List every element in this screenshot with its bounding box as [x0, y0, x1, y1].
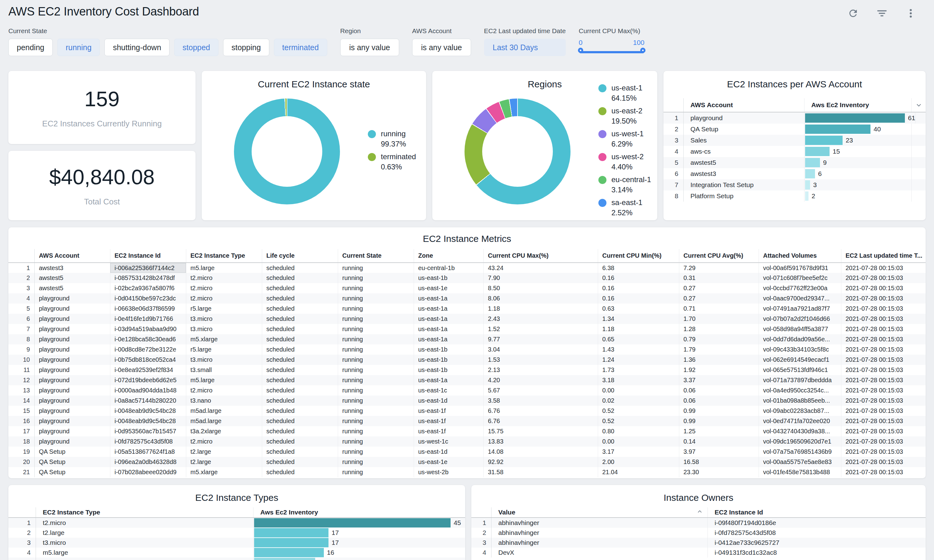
cell[interactable]: 92.92 — [484, 457, 598, 467]
cell[interactable]: playground — [34, 385, 110, 395]
kebab-menu-icon[interactable] — [905, 8, 916, 19]
cell[interactable]: playground — [34, 355, 110, 365]
cell[interactable]: t2.micro — [186, 437, 262, 447]
cell[interactable]: running — [338, 447, 414, 457]
cell[interactable]: 1.28 — [679, 324, 758, 334]
cell[interactable]: QA Setup — [34, 447, 110, 457]
chevron-down-icon[interactable] — [911, 98, 926, 112]
cell[interactable]: vol-071a737897dbeddda — [758, 375, 841, 385]
cell[interactable]: 2021-07-28 00:15:03 — [841, 375, 926, 385]
cell[interactable]: t3a.2xlarge — [186, 426, 262, 437]
column-header[interactable]: Zone — [414, 249, 484, 263]
legend-item[interactable]: running 99.37% — [368, 129, 426, 149]
cell[interactable]: 1.24 — [598, 355, 679, 365]
cell[interactable]: t2.micro — [186, 283, 262, 293]
cell[interactable]: 0.71 — [679, 303, 758, 314]
cell[interactable]: scheduled — [262, 385, 338, 395]
cell[interactable]: QA Setup — [34, 457, 110, 467]
cell[interactable]: 0.14 — [679, 437, 758, 447]
category-cell[interactable]: Platform Setup — [683, 191, 804, 202]
cell[interactable]: running — [338, 467, 414, 477]
cell[interactable]: running — [338, 375, 414, 385]
owner-value-cell[interactable]: abhinavhinger — [491, 538, 707, 548]
value-bar[interactable] — [254, 518, 450, 528]
cell[interactable]: vol-00aa55757e5ae8e83 — [758, 457, 841, 467]
cell[interactable]: scheduled — [262, 416, 338, 426]
cell[interactable]: r5.large — [186, 303, 262, 314]
slider-handle-min[interactable] — [578, 48, 583, 53]
cell[interactable]: 43.24 — [484, 263, 598, 273]
column-header[interactable]: Aws Ec2 Inventory — [253, 507, 465, 517]
date-range-button[interactable]: Last 30 Days — [484, 39, 566, 56]
legend-item[interactable]: terminated0.63% — [368, 151, 426, 172]
cell[interactable]: 1.70 — [679, 314, 758, 324]
cell[interactable]: us-east-1a — [414, 324, 484, 334]
refresh-icon[interactable] — [848, 8, 859, 19]
cell[interactable]: i-096ea2a0db46328d8 — [110, 457, 186, 467]
cell[interactable]: t3.nano — [186, 395, 262, 406]
cell[interactable]: playground — [34, 324, 110, 334]
cell[interactable]: us-east-1e — [414, 457, 484, 467]
instance-id-cell[interactable]: i-0412ae733c9625727 — [707, 538, 926, 548]
cell[interactable]: i-072d19bdeeb6d62e5 — [110, 375, 186, 385]
filter-chip-stopping[interactable]: stopping — [223, 39, 269, 56]
cell[interactable]: vol-0ccbd7762ff23e00a — [758, 283, 841, 293]
cell[interactable]: 1.43 — [598, 345, 679, 355]
cell[interactable]: playground — [34, 426, 110, 437]
cell[interactable]: us-east-1d — [414, 395, 484, 406]
instance-id-cell[interactable]: i-049131f3cd1c32ac8 — [707, 548, 926, 557]
cell[interactable]: running — [338, 324, 414, 334]
cell[interactable]: scheduled — [262, 447, 338, 457]
cell[interactable]: running — [338, 365, 414, 375]
value-bar[interactable] — [805, 147, 829, 156]
category-cell[interactable]: playground — [683, 112, 804, 123]
cell[interactable]: 0.16 — [598, 283, 679, 293]
cell[interactable]: awstest5 — [34, 273, 110, 283]
cell[interactable]: us-east-1f — [414, 406, 484, 416]
cell[interactable]: scheduled — [262, 426, 338, 437]
legend-item[interactable]: us-west-24.40% — [598, 151, 657, 172]
cell[interactable]: 2021-07-28 00:15:03 — [841, 273, 926, 283]
column-header[interactable]: Current CPU Min(%) — [598, 249, 679, 263]
cell[interactable]: i-0e4f16fe1d9b71766 — [110, 314, 186, 324]
filter-chip-shutting-down[interactable]: shutting-down — [105, 39, 170, 56]
cell[interactable]: QA Setup — [34, 467, 110, 477]
filter-chip-terminated[interactable]: terminated — [274, 39, 327, 56]
cell[interactable]: t3.small — [186, 365, 262, 375]
cell[interactable]: 0.16 — [598, 273, 679, 283]
cell[interactable]: 1.25 — [679, 426, 758, 437]
category-cell[interactable]: t2.large — [35, 528, 253, 538]
cell[interactable]: scheduled — [262, 406, 338, 416]
cell[interactable]: scheduled — [262, 324, 338, 334]
column-header[interactable]: AWS Account — [34, 249, 110, 263]
cell[interactable]: us-east-1d — [414, 447, 484, 457]
cell[interactable]: running — [338, 303, 414, 314]
cell[interactable]: scheduled — [262, 283, 338, 293]
cell[interactable]: i-0048eab9d9c54bc28 — [110, 406, 186, 416]
cell[interactable]: eu-central-1b — [414, 263, 484, 273]
cell[interactable]: 0.06 — [679, 395, 758, 406]
cell[interactable]: m5.xlarge — [186, 467, 262, 477]
owner-value-cell[interactable]: abhinavhinger — [491, 528, 707, 538]
cell[interactable]: us-east-1a — [414, 303, 484, 314]
cell[interactable]: vol-09dc196509620d7e1 — [758, 437, 841, 447]
cell[interactable]: 7.29 — [679, 263, 758, 273]
cell[interactable]: playground — [34, 303, 110, 314]
cell[interactable]: i-02bc2a9367a5807f6 — [110, 283, 186, 293]
cell[interactable]: scheduled — [262, 334, 338, 345]
cell[interactable]: running — [338, 395, 414, 406]
selected-cell[interactable]: i-006a225366f7144c2 — [110, 263, 186, 273]
cell[interactable]: vol-09c433b34103c5f8c — [758, 345, 841, 355]
owner-value-cell[interactable]: DevX — [491, 548, 707, 557]
value-bar[interactable] — [805, 136, 843, 145]
cell[interactable]: 15.75 — [484, 426, 598, 437]
cell[interactable]: 2021-07-28 00:15:03 — [841, 355, 926, 365]
cell[interactable]: vol-0dd7d6dad09a56e... — [758, 334, 841, 345]
cell[interactable]: i-0d953560ac7b15457 — [110, 426, 186, 437]
cell[interactable]: scheduled — [262, 303, 338, 314]
cell[interactable]: playground — [34, 395, 110, 406]
cell[interactable]: vol-062e6914549ecacf1 — [758, 355, 841, 365]
cell[interactable]: us-east-1b — [414, 355, 484, 365]
cell[interactable]: t2.micro — [186, 293, 262, 303]
cell[interactable]: us-east-1a — [414, 375, 484, 385]
